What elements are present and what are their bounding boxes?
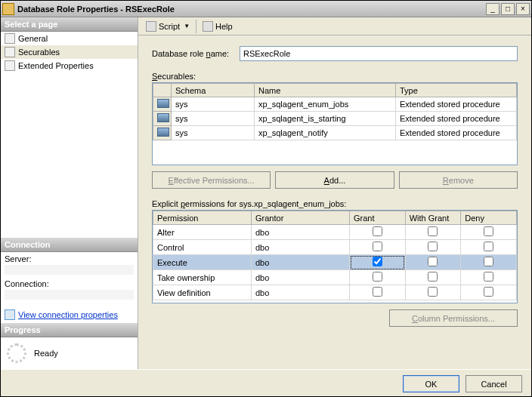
grant-checkbox[interactable] (373, 226, 382, 236)
securables-label: Securables: (152, 72, 518, 81)
col-deny[interactable]: Deny (461, 211, 517, 225)
window-title: Database Role Properties - RSExecRole (17, 5, 486, 14)
help-label: Help (215, 22, 233, 31)
withgrant-checkbox[interactable] (428, 226, 438, 236)
progress-header: Progress (1, 323, 138, 337)
perm-row[interactable]: Alterdbo (153, 225, 517, 240)
perm-row[interactable]: View definitiondbo (153, 285, 517, 300)
grant-checkbox[interactable] (373, 242, 382, 251)
securable-row[interactable]: sysxp_sqlagent_notifyExtended stored pro… (153, 126, 517, 140)
col-with-grant[interactable]: With Grant (405, 211, 461, 225)
perm-row[interactable]: Take ownershipdbo (153, 270, 517, 285)
app-icon (2, 3, 14, 15)
col-name[interactable]: Name (255, 84, 396, 97)
grant-checkbox[interactable] (373, 257, 382, 266)
remove-button[interactable]: Remove (399, 171, 518, 189)
script-icon (146, 21, 156, 32)
add-button[interactable]: Add... (275, 171, 394, 189)
securable-row[interactable]: sysxp_sqlagent_is_startingExtended store… (153, 112, 517, 126)
proc-icon (157, 128, 169, 137)
withgrant-checkbox[interactable] (428, 272, 438, 282)
page-icon (5, 60, 15, 71)
script-label: Script (159, 22, 180, 31)
select-page-header: Select a page (1, 17, 138, 32)
withgrant-checkbox[interactable] (428, 257, 438, 266)
script-button[interactable]: Script▼ (143, 20, 193, 32)
permissions-grid[interactable]: Permission Grantor Grant With Grant Deny… (152, 210, 518, 303)
right-panel: Script▼ Help Database role name: Securab… (138, 17, 531, 369)
deny-checkbox[interactable] (484, 226, 493, 236)
toolbar: Script▼ Help (138, 17, 531, 35)
nav-securables[interactable]: Securables (1, 45, 138, 59)
perm-row[interactable]: Executedbo (153, 255, 517, 270)
ok-button[interactable]: OK (403, 375, 459, 392)
connection-header: Connection (1, 238, 138, 252)
view-connection-properties-link[interactable]: View connection properties (1, 306, 138, 323)
role-name-input[interactable] (240, 46, 518, 61)
page-icon (5, 47, 15, 57)
close-button[interactable]: × (516, 3, 530, 15)
maximize-button[interactable]: □ (501, 3, 515, 15)
proc-icon (157, 99, 169, 108)
connection-icon (5, 309, 15, 320)
col-permission[interactable]: Permission (153, 211, 252, 225)
nav-general[interactable]: General (1, 32, 138, 45)
row-header-blank (153, 84, 172, 97)
nav-label: Extended Properties (18, 61, 94, 70)
role-name-label: Database role name: (152, 49, 240, 58)
page-icon (5, 33, 15, 44)
nav-extended-properties[interactable]: Extended Properties (1, 59, 138, 72)
deny-checkbox[interactable] (484, 272, 493, 282)
titlebar: Database Role Properties - RSExecRole _ … (1, 1, 531, 17)
progress-area: Ready (1, 337, 138, 369)
progress-text: Ready (34, 349, 58, 358)
left-panel: Select a page General Securables Extende… (1, 17, 138, 369)
help-icon (203, 21, 213, 32)
col-schema[interactable]: Schema (172, 84, 255, 97)
deny-checkbox[interactable] (484, 257, 493, 266)
grant-checkbox[interactable] (373, 272, 382, 282)
effective-permissions-button[interactable]: Effective Permissions... (152, 171, 271, 189)
column-permissions-button[interactable]: Column Permissions... (389, 309, 518, 327)
col-type[interactable]: Type (396, 84, 517, 97)
perm-row[interactable]: Controldbo (153, 240, 517, 255)
connection-value (5, 290, 134, 300)
col-grantor[interactable]: Grantor (252, 211, 350, 225)
server-value (5, 265, 134, 275)
connection-label: Connection: (5, 279, 134, 288)
minimize-button[interactable]: _ (486, 3, 500, 15)
connection-info: Server: Connection: (1, 252, 138, 306)
help-button[interactable]: Help (200, 20, 236, 32)
nav-label: Securables (18, 48, 60, 57)
withgrant-checkbox[interactable] (428, 287, 438, 297)
explicit-permissions-label: Explicit permissions for sys.xp_sqlagent… (152, 199, 518, 208)
securables-grid[interactable]: Schema Name Type sysxp_sqlagent_enum_job… (152, 82, 518, 165)
link-text: View connection properties (18, 310, 118, 319)
nav-label: General (18, 34, 48, 43)
deny-checkbox[interactable] (484, 287, 493, 297)
withgrant-checkbox[interactable] (428, 242, 438, 251)
cancel-button[interactable]: Cancel (466, 375, 522, 392)
securable-row[interactable]: sysxp_sqlagent_enum_jobsExtended stored … (153, 97, 517, 112)
deny-checkbox[interactable] (484, 242, 493, 251)
dialog-footer: OK Cancel (1, 369, 531, 397)
grant-checkbox[interactable] (373, 287, 382, 297)
proc-icon (157, 113, 169, 122)
col-grant[interactable]: Grant (350, 211, 406, 225)
server-label: Server: (5, 254, 134, 263)
spinner-icon (7, 343, 26, 363)
chevron-down-icon: ▼ (184, 23, 190, 29)
